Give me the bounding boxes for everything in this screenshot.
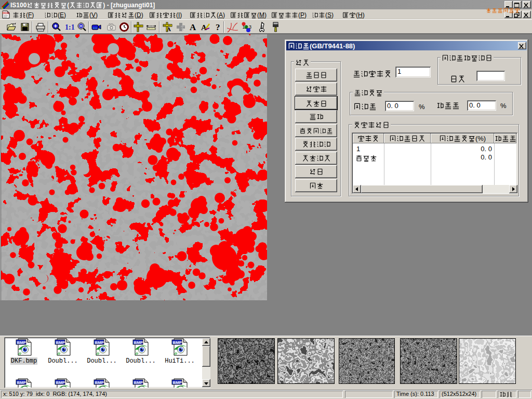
- svg-text:BMP: BMP: [134, 380, 143, 385]
- svg-text:BMP: BMP: [95, 340, 104, 345]
- svg-text:2: 2: [245, 24, 248, 30]
- svg-text:A: A: [167, 26, 171, 32]
- svg-text:?: ?: [216, 22, 220, 32]
- svg-text:1:1: 1:1: [65, 23, 75, 31]
- svg-text:DOC: DOC: [3, 11, 10, 15]
- svg-text:BMP: BMP: [173, 380, 182, 385]
- svg-text:A: A: [190, 22, 196, 32]
- svg-text:BMP: BMP: [134, 340, 143, 345]
- svg-text:BMP: BMP: [56, 380, 65, 385]
- svg-text:BMP: BMP: [95, 380, 104, 385]
- svg-text:BMP: BMP: [173, 340, 182, 345]
- svg-text:BMP: BMP: [17, 380, 26, 385]
- svg-text:3: 3: [249, 24, 251, 30]
- svg-text:BMP: BMP: [17, 340, 26, 345]
- svg-text:BMP: BMP: [56, 340, 65, 345]
